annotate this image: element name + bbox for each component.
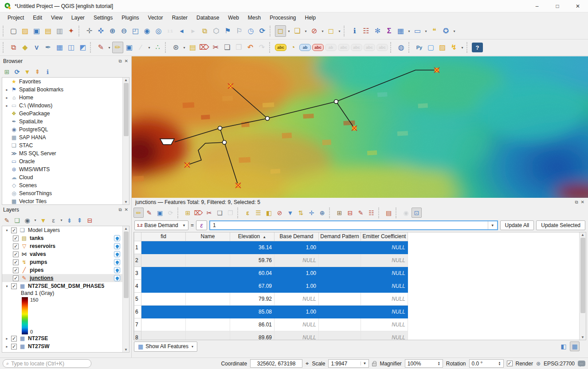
expand-all-icon[interactable]: ⇟ (65, 216, 74, 225)
table-row[interactable]: 3 60.04 1.00 NULL (134, 267, 408, 279)
identify-features-icon[interactable]: ℹ (349, 25, 360, 37)
zoom-native-icon[interactable]: 1:1 (165, 25, 176, 37)
add-group-icon[interactable]: ❏ (12, 216, 22, 225)
copy-features-icon[interactable]: ❏ (222, 42, 233, 53)
cell-base-demand[interactable]: 1.00 (274, 241, 319, 254)
browser-item-cloud[interactable]: ☁ Cloud (2, 173, 129, 181)
undo-icon[interactable]: ↶ (245, 42, 256, 53)
cell-emitter-coefficient[interactable]: NULL (361, 305, 408, 318)
new-gpx-layer-icon[interactable]: ✒ (43, 42, 54, 53)
float-panel-icon[interactable]: ⧉ (118, 207, 122, 212)
layer-item-nt27sw[interactable]: ▸ ✓ ▦ NT27SW (2, 342, 129, 350)
float-panel-icon[interactable]: ⧉ (118, 59, 122, 64)
new-field-icon[interactable]: ⊞ (334, 208, 345, 218)
cell-name[interactable] (186, 279, 230, 292)
render-checkbox[interactable]: ✓ (507, 361, 513, 366)
data-source-manager-icon[interactable]: ⧉ (8, 42, 19, 53)
crs-status[interactable]: EPSG:27700 (544, 361, 575, 367)
layer-checkbox[interactable]: ✓ (13, 267, 19, 273)
dropdown-arrow-icon[interactable]: ▾ (452, 25, 457, 37)
table-row[interactable]: 8 89.69 NULL NULL (134, 331, 408, 340)
refresh-browser-icon[interactable]: ⟳ (12, 67, 22, 76)
maximize-button[interactable]: □ (547, 0, 568, 12)
vertex-tool-icon[interactable]: ⊛ (170, 42, 181, 53)
filter-browser-icon[interactable]: ▼ (23, 67, 32, 76)
cell-emitter-coefficient[interactable]: NULL (361, 279, 408, 292)
reload-table-icon[interactable]: ⟳ (165, 208, 176, 218)
move-label-diagram-icon[interactable]: abc (351, 44, 362, 51)
invert-selection-icon[interactable]: ◧ (264, 208, 274, 218)
edit-field-icon[interactable]: ✎ (356, 208, 366, 218)
menu-help[interactable]: Help (301, 13, 320, 22)
pan-map-icon[interactable]: ✛ (84, 25, 95, 37)
layer-checkbox[interactable]: ✓ (13, 259, 19, 265)
cell-name[interactable] (186, 267, 230, 279)
cell-elevation[interactable]: 86.01 (230, 318, 274, 331)
column-header[interactable]: Elevation▲ (230, 232, 274, 241)
map-canvas[interactable] (132, 56, 588, 198)
cell-elevation[interactable]: 85.08 (230, 305, 274, 318)
filter-legend-icon[interactable]: ▼ (39, 216, 48, 225)
field-calculator-icon[interactable]: ☷ (361, 25, 372, 37)
qepanet-new-project-icon[interactable]: ▢ (425, 42, 436, 53)
cell-base-demand[interactable]: 1.00 (274, 267, 319, 279)
update-all-button[interactable]: Update All (500, 220, 534, 230)
expander-icon[interactable]: ▾ (5, 228, 9, 232)
menu-database[interactable]: Database (192, 13, 223, 22)
zoom-to-selected-icon[interactable]: ⊕ (317, 208, 327, 218)
toggle-editing-icon[interactable]: ✏ (133, 208, 144, 218)
select-all-icon[interactable]: ☰ (253, 208, 263, 218)
new-virtual-layer-icon[interactable]: ◩ (77, 42, 88, 53)
select-by-location-icon[interactable]: ◻ (325, 25, 337, 37)
row-number[interactable]: 4 (134, 279, 141, 292)
new-spatial-bookmark-icon[interactable]: ⚑ (222, 25, 233, 37)
chevron-down-icon[interactable]: ▼ (488, 221, 494, 229)
expression-builder-button[interactable]: ε (196, 220, 207, 230)
row-number[interactable]: 8 (134, 331, 141, 340)
layout-manager-icon[interactable]: ▥ (54, 25, 65, 37)
search-settings-icon[interactable]: ◉ (401, 208, 411, 218)
browser-item-sap-hana[interactable]: ▦ SAP HANA (2, 133, 129, 141)
browser-scrollbar[interactable]: ▲ ▼ (122, 78, 129, 204)
new-mesh-layer-icon[interactable]: ◫ (66, 42, 77, 53)
select-by-value-icon[interactable]: ❏ (292, 25, 303, 37)
cell-demand-pattern[interactable] (319, 241, 361, 254)
manage-visibility-icon[interactable]: ◉ (23, 216, 32, 225)
row-number[interactable]: 6 (134, 305, 141, 318)
junction-node[interactable] (218, 126, 222, 130)
menu-mesh[interactable]: Mesh (244, 13, 265, 22)
menu-web[interactable]: Web (224, 13, 243, 22)
open-layer-styling-icon[interactable]: ✎ (2, 216, 12, 225)
junction-node[interactable] (334, 100, 338, 104)
style-manager-icon[interactable]: ✦ (66, 25, 77, 37)
temporal-controller-icon[interactable]: ◷ (245, 25, 256, 37)
cell-elevation[interactable]: 89.69 (230, 331, 274, 340)
cell-name[interactable] (186, 241, 230, 254)
browser-item-oracle[interactable]: ▭ Oracle (2, 157, 129, 165)
close-panel-icon[interactable]: ✕ (125, 207, 128, 212)
locate-input[interactable]: ⌕ Type to locate (Ctrl+K) (3, 359, 91, 368)
chevron-down-icon[interactable]: ▼ (361, 361, 367, 365)
menu-vector[interactable]: Vector (144, 13, 167, 22)
qepanet-flow-badge[interactable] (114, 259, 120, 265)
digitize-with-segment-icon[interactable]: ∕ (135, 42, 146, 53)
filter-expression-icon[interactable]: ε (49, 216, 58, 225)
qepanet-flow-badge[interactable] (114, 275, 120, 281)
cell-emitter-coefficient[interactable]: NULL (361, 318, 408, 331)
browser-item-vector-tiles[interactable]: ▦ Vector Tiles (2, 197, 129, 205)
column-header[interactable]: Name (186, 232, 230, 241)
rotation-spinner[interactable]: 0.0 ° ▲▼ (469, 359, 504, 368)
table-row[interactable]: 1 36.14 1.00 NULL (134, 241, 408, 254)
expander-icon[interactable]: ▸ (5, 104, 9, 108)
layer-item-nt27se[interactable]: ▸ ✓ ▦ NT27SE (2, 334, 129, 342)
multiedit-attributes-icon[interactable]: ✎ (144, 208, 154, 218)
field-select-combo[interactable]: 1.2 Base Demand ▼ (134, 220, 188, 230)
dropdown-arrow-icon[interactable]: ▾ (59, 215, 64, 226)
dropdown-arrow-icon[interactable]: ▾ (337, 25, 342, 37)
close-panel-icon[interactable]: ✕ (581, 200, 584, 205)
refresh-map-icon[interactable]: ⟳ (257, 25, 268, 37)
conditional-formatting-icon[interactable]: ▤ (384, 208, 394, 218)
zoom-to-layer-icon[interactable]: ◎ (153, 25, 164, 37)
cell-emitter-coefficient[interactable]: NULL (361, 267, 408, 279)
scrollbar-thumb[interactable] (124, 232, 129, 298)
